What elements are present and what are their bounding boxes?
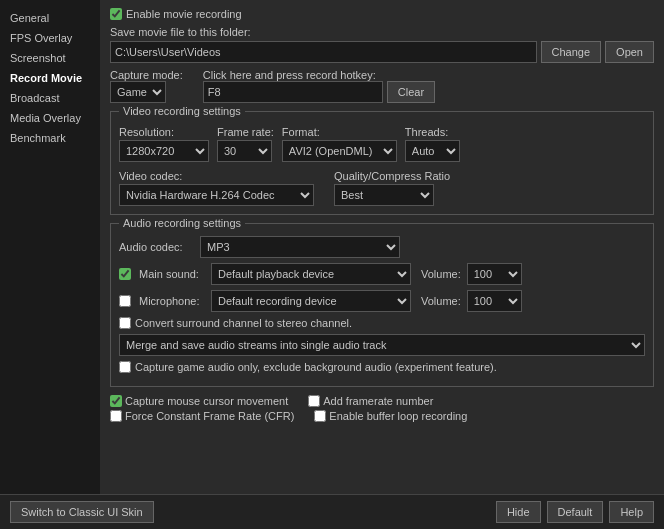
surround-checkbox[interactable]	[119, 317, 131, 329]
main-sound-checkbox[interactable]	[119, 268, 131, 280]
capture-audio-label: Capture game audio only, exclude backgro…	[135, 361, 497, 373]
sidebar-item-screenshot[interactable]: Screenshot	[6, 48, 94, 68]
audio-settings-title: Audio recording settings	[119, 217, 245, 229]
microphone-label: Microphone:	[139, 295, 205, 307]
sidebar: General FPS Overlay Screenshot Record Mo…	[0, 0, 100, 529]
sidebar-item-general[interactable]: General	[6, 8, 94, 28]
capture-audio-checkbox[interactable]	[119, 361, 131, 373]
format-label: Format:	[282, 126, 397, 138]
main-volume-label: Volume:	[421, 268, 461, 280]
capture-mouse-label: Capture mouse cursor movement	[125, 395, 288, 407]
sidebar-item-benchmark[interactable]: Benchmark	[6, 128, 94, 148]
hide-button[interactable]: Hide	[496, 501, 541, 523]
switch-skin-button[interactable]: Switch to Classic UI Skin	[10, 501, 154, 523]
open-button[interactable]: Open	[605, 41, 654, 63]
hotkey-section: Click here and press record hotkey: Clea…	[203, 69, 435, 103]
main-sound-row: Main sound: Default playback device Volu…	[119, 263, 645, 285]
threads-label: Threads:	[405, 126, 460, 138]
folder-path-input[interactable]	[110, 41, 537, 63]
capture-mode-section: Capture mode: Game	[110, 69, 183, 103]
framerate-label: Frame rate:	[217, 126, 274, 138]
audio-codec-label: Audio codec:	[119, 241, 194, 253]
surround-label: Convert surround channel to stereo chann…	[135, 317, 352, 329]
enable-checkbox[interactable]	[110, 8, 122, 20]
sidebar-item-media-overlay[interactable]: Media Overlay	[6, 108, 94, 128]
enable-buffer-checkbox[interactable]	[314, 410, 326, 422]
video-settings-group: Video recording settings Resolution: 128…	[110, 111, 654, 215]
sidebar-item-fps-overlay[interactable]: FPS Overlay	[6, 28, 94, 48]
enable-row: Enable movie recording	[110, 8, 654, 20]
microphone-checkbox[interactable]	[119, 295, 131, 307]
change-button[interactable]: Change	[541, 41, 602, 63]
merge-select[interactable]: Merge and save audio streams into single…	[119, 334, 645, 356]
add-framerate-group: Add framerate number	[308, 395, 433, 407]
video-settings-grid: Resolution: 1280x720 Frame rate: 30 Form…	[119, 126, 645, 162]
sidebar-item-broadcast[interactable]: Broadcast	[6, 88, 94, 108]
force-cfr-group: Force Constant Frame Rate (CFR)	[110, 410, 294, 422]
audio-codec-select[interactable]: MP3	[200, 236, 400, 258]
audio-codec-row: Audio codec: MP3	[119, 236, 645, 258]
mic-volume-select[interactable]: 100	[467, 290, 522, 312]
threads-select[interactable]: Auto	[405, 140, 460, 162]
audio-settings-group: Audio recording settings Audio codec: MP…	[110, 223, 654, 387]
resolution-label: Resolution:	[119, 126, 209, 138]
quality-label: Quality/Compress Ratio	[334, 170, 450, 182]
checkbox-row-2: Force Constant Frame Rate (CFR) Enable b…	[110, 410, 654, 422]
add-framerate-label: Add framerate number	[323, 395, 433, 407]
capture-mode-label: Capture mode:	[110, 69, 183, 81]
save-folder-label: Save movie file to this folder:	[110, 26, 654, 38]
capture-controls: Game	[110, 81, 183, 103]
help-button[interactable]: Help	[609, 501, 654, 523]
sidebar-item-record-movie[interactable]: Record Movie	[6, 68, 94, 88]
enable-label: Enable movie recording	[126, 8, 242, 20]
codec-label: Video codec:	[119, 170, 314, 182]
footer-right: Hide Default Help	[496, 501, 654, 523]
add-framerate-checkbox[interactable]	[308, 395, 320, 407]
hotkey-label: Click here and press record hotkey:	[203, 69, 435, 81]
microphone-row: Microphone: Default recording device Vol…	[119, 290, 645, 312]
mic-volume-label: Volume:	[421, 295, 461, 307]
quality-group: Quality/Compress Ratio Best	[334, 170, 450, 206]
codec-group: Video codec: Nvidia Hardware H.264 Codec	[119, 170, 314, 206]
quality-select[interactable]: Best	[334, 184, 434, 206]
codec-select[interactable]: Nvidia Hardware H.264 Codec	[119, 184, 314, 206]
enable-buffer-group: Enable buffer loop recording	[314, 410, 467, 422]
main-content: Enable movie recording Save movie file t…	[100, 0, 664, 529]
framerate-select[interactable]: 30	[217, 140, 272, 162]
capture-row: Capture mode: Game Click here and press …	[110, 69, 654, 103]
enable-buffer-label: Enable buffer loop recording	[329, 410, 467, 422]
capture-mode-select[interactable]: Game	[110, 81, 166, 103]
format-group: Format: AVI2 (OpenDML)	[282, 126, 397, 162]
video-settings-title: Video recording settings	[119, 105, 245, 117]
folder-row: Change Open	[110, 41, 654, 63]
main-sound-label: Main sound:	[139, 268, 205, 280]
threads-group: Threads: Auto	[405, 126, 460, 162]
clear-button[interactable]: Clear	[387, 81, 435, 103]
surround-row: Convert surround channel to stereo chann…	[119, 317, 645, 329]
video-codec-row: Video codec: Nvidia Hardware H.264 Codec…	[119, 170, 645, 206]
capture-mouse-checkbox[interactable]	[110, 395, 122, 407]
resolution-select[interactable]: 1280x720	[119, 140, 209, 162]
merge-container: Merge and save audio streams into single…	[119, 334, 645, 356]
capture-audio-row: Capture game audio only, exclude backgro…	[119, 361, 645, 373]
framerate-group: Frame rate: 30	[217, 126, 274, 162]
main-volume-select[interactable]: 100	[467, 263, 522, 285]
format-select[interactable]: AVI2 (OpenDML)	[282, 140, 397, 162]
hotkey-input[interactable]	[203, 81, 383, 103]
checkbox-row-1: Capture mouse cursor movement Add framer…	[110, 395, 654, 407]
force-cfr-label: Force Constant Frame Rate (CFR)	[125, 410, 294, 422]
bottom-checkboxes: Capture mouse cursor movement Add framer…	[110, 395, 654, 422]
footer-left: Switch to Classic UI Skin	[10, 501, 154, 523]
capture-mouse-group: Capture mouse cursor movement	[110, 395, 288, 407]
default-button[interactable]: Default	[547, 501, 604, 523]
main-sound-select[interactable]: Default playback device	[211, 263, 411, 285]
footer: Switch to Classic UI Skin Hide Default H…	[0, 494, 664, 529]
microphone-select[interactable]: Default recording device	[211, 290, 411, 312]
force-cfr-checkbox[interactable]	[110, 410, 122, 422]
resolution-group: Resolution: 1280x720	[119, 126, 209, 162]
